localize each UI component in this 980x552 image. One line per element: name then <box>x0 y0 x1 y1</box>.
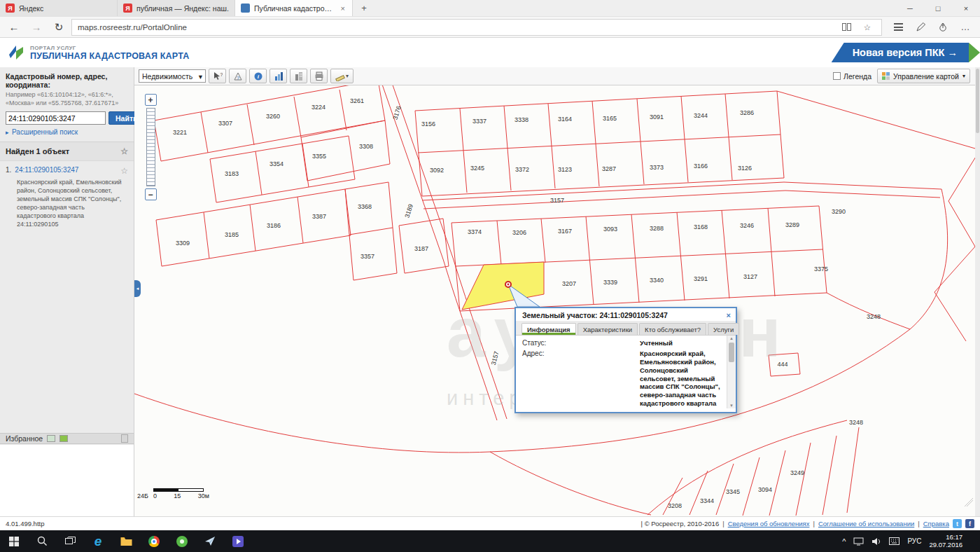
footer-link[interactable]: Сведения об обновлениях <box>728 520 810 527</box>
share-icon[interactable] <box>932 18 953 36</box>
popup-tab[interactable]: Услуги <box>708 323 739 335</box>
pointer-question-tool-button[interactable]: ? <box>209 69 226 83</box>
task-view-icon[interactable] <box>56 530 84 552</box>
map-viewport[interactable]: 3221330732603224326131763156333733383164… <box>134 85 980 516</box>
start-button[interactable] <box>0 530 28 552</box>
result-item[interactable]: 1. 24:11:0290105:3247 ☆ <box>0 161 134 178</box>
close-button[interactable]: × <box>952 0 980 16</box>
refresh-button[interactable]: ↻ <box>49 18 69 36</box>
field-value: Учтенный <box>640 339 725 347</box>
twitter-icon[interactable]: t <box>953 519 962 528</box>
network-icon[interactable] <box>853 537 864 546</box>
hub-icon[interactable] <box>888 18 909 36</box>
tab-close-icon[interactable]: × <box>340 4 346 13</box>
zoom-slider[interactable] <box>146 108 155 186</box>
results-star-icon[interactable]: ☆ <box>120 146 128 156</box>
reading-view-icon[interactable] <box>838 20 855 34</box>
buildings-tool-button[interactable] <box>290 69 307 83</box>
url-text: maps.rosreestr.ru/PortalOnline <box>78 23 834 32</box>
result-cadastral-link[interactable]: 24:11:0290105:3247 <box>15 166 117 174</box>
chart-tool-button[interactable] <box>270 69 287 83</box>
window-controls: ─ □ × <box>896 0 980 16</box>
minimize-button[interactable]: ─ <box>896 0 924 16</box>
favorites-star-icon[interactable]: ☆ <box>859 20 876 34</box>
popup-tab[interactable]: Кто обслуживает? <box>639 323 706 335</box>
watermark-ruler-icon <box>963 497 974 511</box>
layer-select-value: Недвижимость <box>142 72 192 81</box>
web-note-icon[interactable] <box>910 18 931 36</box>
cadastral-map-canvas[interactable]: 3221330732603224326131763156333733383164… <box>134 85 980 516</box>
keyboard-icon[interactable] <box>889 537 899 545</box>
chevron-down-icon: ▾ <box>962 73 965 79</box>
maximize-button[interactable]: □ <box>924 0 952 16</box>
parcel-number-label: 3185 <box>225 231 239 238</box>
parcel-number-label: 3338 <box>514 116 528 123</box>
footer-link[interactable]: Соглашение об использовании <box>818 520 914 527</box>
popup-scrollbar[interactable]: ▲ ▼ <box>727 336 736 408</box>
url-field[interactable]: maps.rosreestr.ru/PortalOnline ☆ <box>71 19 882 36</box>
clipboard-icon[interactable] <box>121 434 128 443</box>
clock[interactable]: 16:17 29.07.2016 <box>929 534 962 549</box>
print-tool-button[interactable] <box>310 69 328 83</box>
mail-app-icon[interactable] <box>196 530 224 552</box>
edge-taskbar-icon[interactable]: e <box>84 530 112 552</box>
search-input[interactable] <box>6 111 106 125</box>
popup-close-icon[interactable]: × <box>727 312 731 319</box>
footer-separator: | <box>813 520 814 527</box>
language-indicator[interactable]: РУС <box>907 537 921 545</box>
browser-tab-active[interactable]: Публичная кадастровая × <box>235 0 353 16</box>
zoom-out-button[interactable]: − <box>145 188 157 200</box>
popup-tab[interactable]: Характеристики <box>578 323 638 335</box>
parcel-number-label: 3307 <box>218 120 232 127</box>
facebook-icon[interactable]: f <box>965 519 974 528</box>
parcel-number-label: 3127 <box>743 273 757 280</box>
new-tab-button[interactable]: + <box>353 0 375 16</box>
search-hint: Например «61:6:10104:12», «61:6:*», «Мос… <box>6 91 128 107</box>
popup-tabs: ИнформацияХарактеристикиКто обслуживает?… <box>516 321 736 336</box>
parcel-number-label: 3354 <box>270 160 284 167</box>
ruler-tool-button[interactable]: ▾ <box>330 69 354 83</box>
page-scrollbar[interactable] <box>975 67 980 516</box>
advanced-search-link[interactable]: Расширенный поиск <box>12 128 78 136</box>
legend-checkbox[interactable] <box>833 72 841 80</box>
sidebar-collapse-handle[interactable]: ◂ <box>134 280 141 297</box>
popup-tab[interactable]: Информация <box>522 323 576 335</box>
browser-tab-2[interactable]: Я публичная — Яндекс: наш. <box>118 0 235 16</box>
map-control-button[interactable]: Управление картой ▾ <box>877 69 970 83</box>
media-app-icon[interactable] <box>224 530 252 552</box>
new-version-banner[interactable]: Новая версия ПКК → <box>832 43 980 62</box>
parcel-number-label: 3344 <box>700 497 714 504</box>
result-star-icon[interactable]: ☆ <box>120 166 128 176</box>
site-footer: 4.01.499.http | © Росреестр, 2010-2016 |… <box>0 516 980 530</box>
selected-parcel-marker <box>505 282 511 287</box>
forward-button[interactable]: → <box>27 18 46 36</box>
file-explorer-icon[interactable] <box>112 530 140 552</box>
favorites-bar[interactable]: Избранное <box>0 433 134 444</box>
popup-field-row: Адрес:Красноярский край, Емельяновский р… <box>522 350 725 408</box>
identify-tool-button[interactable]: i <box>249 69 267 83</box>
page-scrollbar-thumb[interactable] <box>976 69 979 133</box>
banner-arrow-icon <box>969 43 980 62</box>
favorites-add-icon[interactable] <box>59 435 68 442</box>
search-icon[interactable] <box>28 530 56 552</box>
svg-text:?: ? <box>220 72 223 77</box>
footer-link[interactable]: Справка <box>923 520 949 527</box>
hidden-icons-chevron[interactable]: ^ <box>842 537 846 546</box>
favorites-export-icon[interactable] <box>47 435 55 442</box>
angle-measure-tool-button[interactable]: ? <box>229 69 246 83</box>
scrollbar-thumb[interactable] <box>729 343 734 362</box>
layer-select[interactable]: Недвижимость ▾ <box>139 69 206 83</box>
zoom-in-button[interactable]: + <box>145 94 157 106</box>
more-icon[interactable]: … <box>955 18 976 36</box>
legend-toggle[interactable]: Легенда <box>833 72 872 81</box>
volume-icon[interactable] <box>872 537 881 546</box>
browser-tab-1[interactable]: Я Яндекс <box>0 0 118 16</box>
parcel-info-popup: Земельный участок: 24:11:0290105:3247 × … <box>514 307 737 413</box>
parcel-number-label: 3287 <box>602 165 616 172</box>
tab-title: Публичная кадастровая <box>254 4 335 13</box>
pkk-logo[interactable]: ПОРТАЛ УСЛУГ ПУБЛИЧНАЯ КАДАСТРОВАЯ КАРТА <box>7 43 189 62</box>
parcel-number-label: 3340 <box>650 277 664 284</box>
messenger-app-icon[interactable] <box>168 530 196 552</box>
back-button[interactable]: ← <box>4 18 24 36</box>
chrome-taskbar-icon[interactable] <box>140 530 168 552</box>
